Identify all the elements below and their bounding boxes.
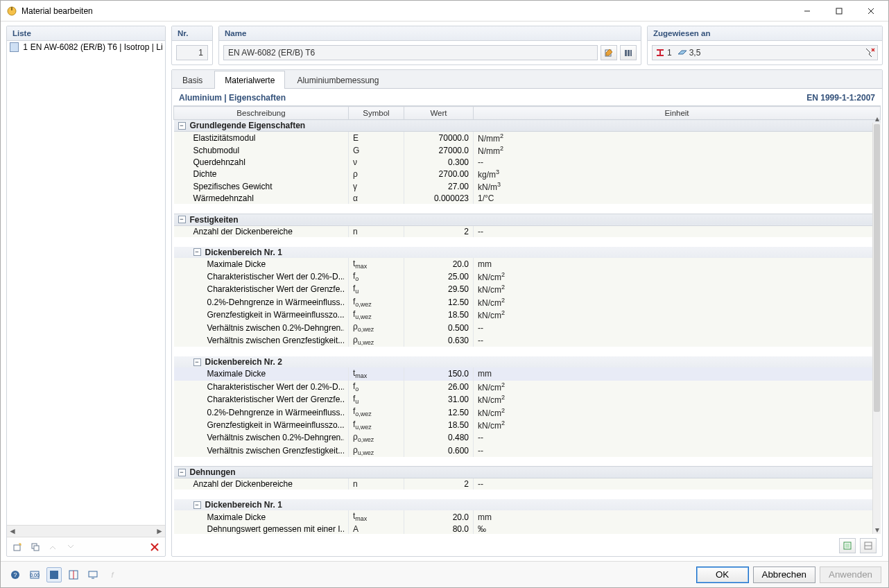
property-value[interactable]: 26.00 [404,381,474,393]
property-row[interactable]: Charakteristischer Wert der 0.2%-D...fo2… [174,270,881,283]
edit-name-button[interactable] [601,45,617,60]
property-row[interactable]: Charakteristischer Wert der Grenzfe...fu… [174,283,881,295]
property-row[interactable]: Verhältnis zwischen 0.2%-Dehngren...ρo,w… [174,431,881,444]
property-row[interactable]: 0.2%-Dehngrenze in Wärmeeinfluss...fo,we… [174,406,881,418]
property-value[interactable]: 20.0 [404,258,474,270]
titlebar: Material bearbeiten [1,1,888,21]
property-value[interactable]: 12.50 [404,406,474,418]
property-value[interactable]: 70000.0 [404,132,474,145]
toolbar-btn-3 [46,539,61,555]
property-label: Charakteristischer Wert der 0.2%-D... [178,382,345,392]
property-row[interactable]: Grenzfestigkeit in Wärmeeinflusszo...fu,… [174,419,881,431]
pick-assign-button[interactable] [863,45,878,60]
grid-tool-2[interactable] [860,538,877,553]
scroll-left-icon[interactable]: ◄ [8,526,17,536]
property-row[interactable]: Charakteristischer Wert der 0.2%-D...fo2… [174,381,881,393]
list-item[interactable]: 1 EN AW-6082 (ER/B) T6 | Isotrop | Linea [7,41,165,53]
property-row[interactable]: Spezifisches Gewichtγ27.00kN/m3 [174,180,881,193]
property-symbol: ρu,wez [349,334,404,347]
property-value[interactable]: 0.500 [404,321,474,334]
apply-button[interactable]: Anwenden [820,567,881,583]
property-row[interactable]: Charakteristischer Wert der Grenzfe...fu… [174,393,881,406]
property-value[interactable]: 29.50 [404,283,474,295]
footer-mode-1-button[interactable] [46,567,62,582]
property-value[interactable]: 0.600 [404,444,474,457]
property-symbol: E [349,132,404,145]
list-hscrollbar[interactable]: ◄ ► [7,525,165,537]
property-value[interactable]: 18.50 [404,309,474,321]
delete-item-button[interactable] [147,539,162,555]
svg-rect-13 [625,50,627,56]
property-value[interactable]: 31.00 [404,393,474,406]
property-value[interactable]: 2 [404,478,474,490]
tab-basis[interactable]: Basis [172,71,213,89]
property-grid[interactable]: Beschreibung Symbol Wert Einheit −Grundl… [173,106,881,534]
footer-help-button[interactable]: ? [8,567,23,582]
property-value[interactable]: 27.00 [404,180,474,193]
property-value[interactable]: 20.0 [404,510,474,523]
property-value[interactable]: 2700.00 [404,168,474,180]
library-button[interactable] [620,45,637,60]
property-value[interactable]: 0.630 [404,334,474,347]
collapse-icon[interactable]: − [178,122,186,130]
footer-units-button[interactable]: 0,00 [27,567,42,582]
property-label: Dehnungswert gemessen mit einer I... [178,524,345,534]
property-row[interactable]: Dichteρ2700.00kg/m3 [174,168,881,180]
footer-display-button[interactable] [85,567,101,582]
col-unit[interactable]: Einheit [474,107,881,120]
property-value[interactable]: 0.000023 [404,193,474,204]
property-row[interactable]: Anzahl der Dickenbereichen2-- [174,225,881,237]
scroll-up-icon[interactable]: ▴ [873,114,881,123]
property-value[interactable]: 18.50 [404,419,474,431]
property-row[interactable]: Maximale Dicketmax20.0mm [174,510,881,523]
property-value[interactable]: 0.300 [404,157,474,168]
property-row[interactable]: Verhältnis zwischen 0.2%-Dehngren...ρo,w… [174,321,881,334]
property-value[interactable]: 12.50 [404,296,474,309]
property-value[interactable]: 27000.0 [404,144,474,157]
property-value[interactable]: 150.0 [404,368,474,380]
property-row[interactable]: ElastizitätsmodulE70000.0N/mm2 [174,132,881,145]
col-desc[interactable]: Beschreibung [174,107,349,120]
scroll-right-icon[interactable]: ► [155,526,164,536]
scroll-down-icon[interactable]: ▾ [873,526,881,534]
property-row[interactable]: Verhältnis zwischen Grenzfestigkeit...ρu… [174,334,881,347]
property-row[interactable]: Verhältnis zwischen Grenzfestigkeit...ρu… [174,444,881,457]
property-value[interactable]: 80.0 [404,524,474,534]
property-row[interactable]: Anzahl der Dickenbereichen2-- [174,478,881,490]
col-val[interactable]: Wert [404,107,474,120]
col-sym[interactable]: Symbol [349,107,404,120]
property-value[interactable]: 0.480 [404,431,474,444]
property-row[interactable]: Wärmedehnzahlα0.0000231/°C [174,193,881,204]
property-row[interactable]: Maximale Dicketmax150.0mm [174,368,881,380]
cancel-button[interactable]: Abbrechen [753,567,815,583]
property-value[interactable]: 2 [404,225,474,237]
property-row[interactable]: Grenzfestigkeit in Wärmeeinflusszo...fu,… [174,309,881,321]
scroll-thumb[interactable] [874,124,880,412]
collapse-icon[interactable]: − [193,358,201,366]
name-field[interactable]: EN AW-6082 (ER/B) T6 [223,45,598,60]
ok-button[interactable]: OK [696,567,749,583]
grid-tool-1[interactable] [839,538,856,553]
footer-mode-2-button[interactable] [66,567,81,582]
property-row[interactable]: Querdehnzahlν0.300-- [174,157,881,168]
collapse-icon[interactable]: − [193,501,201,509]
collapse-icon[interactable]: − [178,216,186,223]
property-row[interactable]: 0.2%-Dehngrenze in Wärmeeinfluss...fo,we… [174,296,881,309]
grid-vscrollbar[interactable]: ▴ ▾ [872,123,881,534]
maximize-button[interactable] [823,1,855,21]
collapse-icon[interactable]: − [193,248,201,256]
tab-materialwerte[interactable]: Materialwerte [214,71,285,89]
tab-aluminiumbemessung[interactable]: Aluminiumbemessung [286,71,389,89]
assign-field[interactable]: 1 3,5 [652,45,878,60]
list-body: 1 EN AW-6082 (ER/B) T6 | Isotrop | Linea [7,41,165,525]
property-row[interactable]: SchubmodulG27000.0N/mm2 [174,144,881,157]
property-row[interactable]: Maximale Dicketmax20.0mm [174,258,881,270]
minimize-button[interactable] [791,1,823,21]
collapse-icon[interactable]: − [178,469,186,476]
new-item-button[interactable] [10,539,25,555]
close-button[interactable] [855,1,887,21]
nr-field[interactable]: 1 [176,45,208,60]
property-value[interactable]: 25.00 [404,270,474,283]
property-row[interactable]: Dehnungswert gemessen mit einer I...A80.… [174,524,881,534]
duplicate-item-button[interactable] [28,539,43,555]
